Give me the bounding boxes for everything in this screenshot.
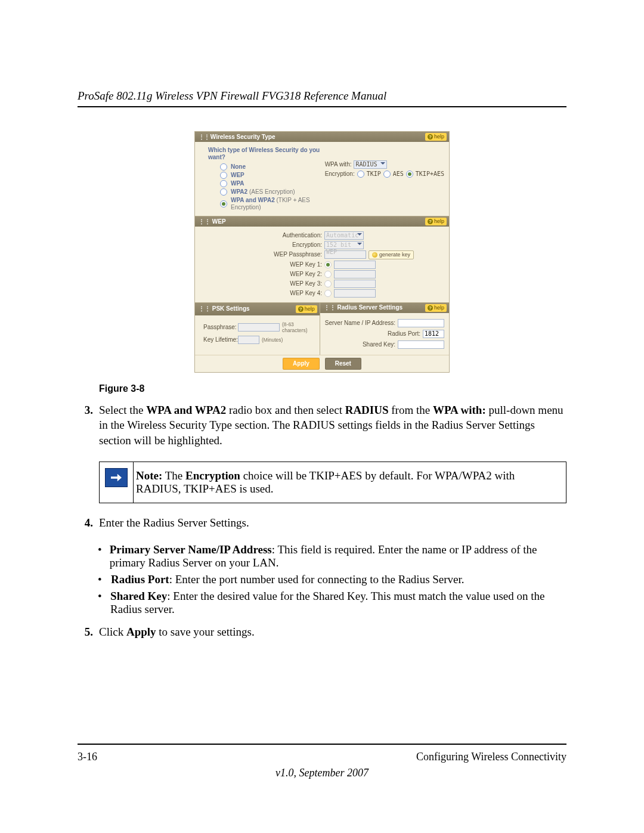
step-4: 4. Enter the Radius Server Settings. xyxy=(78,515,566,531)
psk-life-label: Key Lifetime: xyxy=(203,336,236,343)
step-3: 3. Select the WPA and WPA2 radio box and… xyxy=(78,402,566,448)
opt-wep[interactable]: WEP xyxy=(220,172,321,179)
help-button[interactable]: help xyxy=(296,305,317,313)
opt-wpa[interactable]: WPA xyxy=(220,180,321,187)
encryption-label: Encryption: xyxy=(325,171,355,178)
wpa-with-row: WPA with: RADIUS xyxy=(325,160,444,169)
wep-key1-input[interactable] xyxy=(334,261,376,269)
enc-aes: AES xyxy=(393,171,404,178)
manual-title: ProSafe 802.11g Wireless VPN Firewall FV… xyxy=(78,89,566,103)
note-box: Note: The Encryption choice will be TKIP… xyxy=(99,462,566,503)
security-type-body: Which type of Wireless Security do you w… xyxy=(195,142,449,216)
opt-wpa-wpa2[interactable]: WPA and WPA2 (TKIP + AES Encryption) xyxy=(220,197,321,211)
page-number: 3-16 xyxy=(78,751,97,763)
step-5: 5. Click Apply to save your settings. xyxy=(78,624,566,640)
wep-key4-radio[interactable] xyxy=(324,290,332,297)
radio-icon xyxy=(220,163,227,171)
footer-row: 3-16 Configuring Wireless Connectivity xyxy=(78,751,566,763)
radio-icon xyxy=(220,188,227,196)
wep-key3-input[interactable] xyxy=(334,280,376,288)
radio-tkip-aes[interactable] xyxy=(406,171,413,178)
wep-key2-radio[interactable] xyxy=(324,271,332,278)
wep-enc-select[interactable]: 152 bit WEP xyxy=(324,241,364,249)
radius-server-input[interactable] xyxy=(398,319,444,327)
radius-server-label: Server Name / IP Address: xyxy=(325,320,395,327)
config-screenshot: ⋮⋮ Wireless Security Type help Which typ… xyxy=(194,131,450,373)
help-button[interactable]: help xyxy=(425,133,447,141)
note-arrow-icon xyxy=(105,468,128,487)
section-title: ⋮⋮ PSK Settings xyxy=(199,305,250,312)
psk-pass-input[interactable] xyxy=(238,323,280,332)
section-title: ⋮⋮ Radius Server Settings xyxy=(324,304,402,311)
section-wep: ⋮⋮ WEP help xyxy=(195,216,449,227)
wep-enc-label: Encryption: xyxy=(200,241,322,249)
section-radius: ⋮⋮ Radius Server Settings help xyxy=(320,303,449,313)
enc-both: TKIP+AES xyxy=(416,171,444,178)
opt-none[interactable]: None xyxy=(220,163,321,171)
figure-caption: Figure 3-8 xyxy=(99,383,566,394)
radio-tkip[interactable] xyxy=(357,171,364,178)
psk-life-input[interactable] xyxy=(238,336,259,344)
radius-port-input[interactable] xyxy=(423,330,444,338)
wep-pass-label: WEP Passphrase: xyxy=(200,251,322,258)
bullet-radius-port: •Radius Port: Enter the port number used… xyxy=(98,573,566,586)
bullet-primary-server: •Primary Server Name/IP Address: This fi… xyxy=(98,543,566,569)
step-number: 5. xyxy=(78,624,93,640)
step-number: 3. xyxy=(78,402,93,448)
radio-icon xyxy=(220,172,227,179)
wep-key2-input[interactable] xyxy=(334,270,376,278)
wep-key2-label: WEP Key 2: xyxy=(200,271,322,278)
psk-pass-label: Passphrase: xyxy=(203,324,236,331)
wep-auth-select[interactable]: Automatic xyxy=(324,231,364,240)
version-line: v1.0, September 2007 xyxy=(78,767,566,779)
section-title: ⋮⋮ WEP xyxy=(199,218,226,225)
bullet-shared-key: •Shared Key: Enter the desired value for… xyxy=(98,590,566,616)
opt-wpa2[interactable]: WPA2 (AES Encryption) xyxy=(220,188,321,196)
wep-key1-label: WEP Key 1: xyxy=(200,261,322,268)
wep-auth-label: Authentication: xyxy=(200,232,322,239)
rule-bottom xyxy=(78,744,566,745)
radio-icon xyxy=(220,180,227,187)
section-title: ⋮⋮ Wireless Security Type xyxy=(199,134,275,141)
encryption-row: Encryption: TKIP AES TKIP+AES xyxy=(325,171,444,178)
wpa-with-label: WPA with: xyxy=(325,161,352,168)
radius-key-label: Shared Key: xyxy=(363,341,395,348)
wep-key4-label: WEP Key 4: xyxy=(200,290,322,297)
help-button[interactable]: help xyxy=(425,218,447,225)
psk-pass-note: (8-63 characters) xyxy=(282,321,315,333)
help-button[interactable]: help xyxy=(425,304,447,312)
radius-key-input[interactable] xyxy=(398,340,444,349)
wep-key4-input[interactable] xyxy=(334,289,376,298)
rule-top xyxy=(78,106,566,107)
radio-icon xyxy=(220,200,227,208)
reset-button[interactable]: Reset xyxy=(325,358,361,370)
radius-port-label: Radius Port: xyxy=(388,330,420,337)
section-psk: ⋮⋮ PSK Settings help xyxy=(195,303,320,315)
wep-key3-label: WEP Key 3: xyxy=(200,280,322,287)
section-name: Configuring Wireless Connectivity xyxy=(416,751,566,763)
apply-button[interactable]: Apply xyxy=(283,358,320,370)
button-row: Apply Reset xyxy=(195,355,449,372)
psk-life-unit: (Minutes) xyxy=(262,337,283,343)
section-wireless-security-type: ⋮⋮ Wireless Security Type help xyxy=(195,131,449,142)
wep-key1-radio[interactable] xyxy=(324,261,332,268)
wep-key3-radio[interactable] xyxy=(324,280,332,287)
security-question: Which type of Wireless Security do you w… xyxy=(208,147,321,161)
step-number: 4. xyxy=(78,515,93,531)
wep-body: Authentication:Automatic Encryption:152 … xyxy=(195,227,449,302)
radio-aes[interactable] xyxy=(383,171,391,178)
generate-key-button[interactable]: generate key xyxy=(369,250,414,259)
enc-tkip: TKIP xyxy=(367,171,381,178)
wpa-with-select[interactable]: RADIUS xyxy=(354,160,387,169)
